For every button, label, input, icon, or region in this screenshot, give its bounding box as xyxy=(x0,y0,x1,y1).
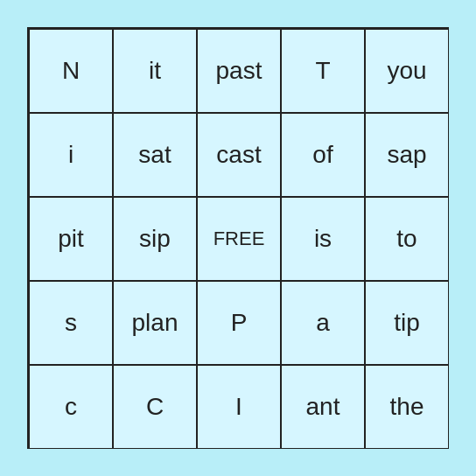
bingo-cell-r2c0[interactable]: pit xyxy=(29,197,113,281)
bingo-cell-r1c4[interactable]: sap xyxy=(365,113,449,197)
bingo-cell-r3c2[interactable]: P xyxy=(197,281,281,365)
bingo-cell-r4c1[interactable]: C xyxy=(113,365,197,449)
bingo-cell-r3c0[interactable]: s xyxy=(29,281,113,365)
bingo-cell-r1c2[interactable]: cast xyxy=(197,113,281,197)
bingo-board: NitpastTyouisatcastofsappitsipFREEistosp… xyxy=(27,27,449,449)
bingo-cell-r4c3[interactable]: ant xyxy=(281,365,365,449)
bingo-cell-r4c4[interactable]: the xyxy=(365,365,449,449)
bingo-cell-r4c2[interactable]: I xyxy=(197,365,281,449)
bingo-cell-r1c3[interactable]: of xyxy=(281,113,365,197)
bingo-cell-r3c1[interactable]: plan xyxy=(113,281,197,365)
bingo-cell-r0c3[interactable]: T xyxy=(281,29,365,113)
bingo-cell-r3c3[interactable]: a xyxy=(281,281,365,365)
bingo-cell-r2c2[interactable]: FREE xyxy=(197,197,281,281)
bingo-cell-r2c4[interactable]: to xyxy=(365,197,449,281)
bingo-cell-r0c2[interactable]: past xyxy=(197,29,281,113)
bingo-cell-r2c3[interactable]: is xyxy=(281,197,365,281)
bingo-cell-r1c0[interactable]: i xyxy=(29,113,113,197)
bingo-cell-r1c1[interactable]: sat xyxy=(113,113,197,197)
bingo-cell-r0c0[interactable]: N xyxy=(29,29,113,113)
bingo-cell-r2c1[interactable]: sip xyxy=(113,197,197,281)
bingo-cell-r4c0[interactable]: c xyxy=(29,365,113,449)
bingo-cell-r3c4[interactable]: tip xyxy=(365,281,449,365)
bingo-cell-r0c1[interactable]: it xyxy=(113,29,197,113)
bingo-cell-r0c4[interactable]: you xyxy=(365,29,449,113)
